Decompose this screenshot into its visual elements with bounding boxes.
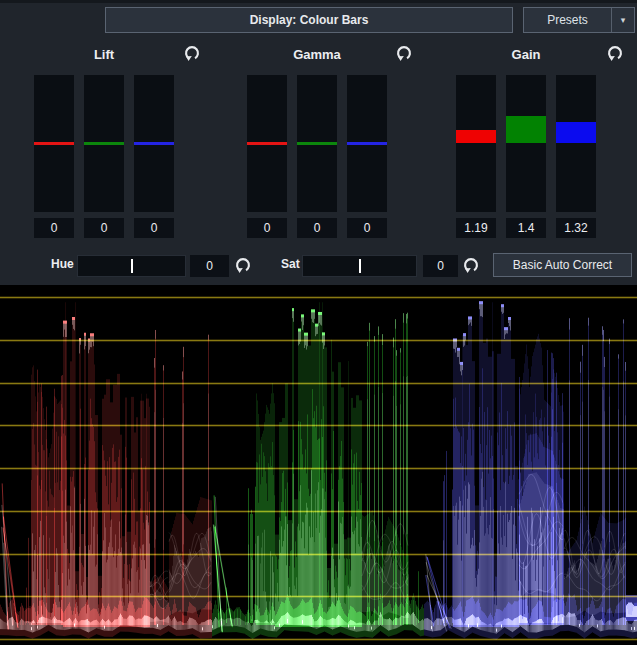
hue-slider-marker[interactable] bbox=[131, 259, 133, 273]
slider-handle[interactable] bbox=[347, 142, 387, 145]
sat-label: Sat bbox=[281, 257, 300, 271]
section-title: Gamma bbox=[247, 47, 387, 62]
waveform-canvas bbox=[0, 285, 637, 645]
reset-hue-button[interactable] bbox=[234, 256, 252, 274]
display-mode-button[interactable]: Display: Colour Bars bbox=[105, 7, 513, 33]
presets-dropdown[interactable]: Presets ▾ bbox=[523, 7, 635, 33]
gamma-blue-value[interactable]: 0 bbox=[347, 218, 387, 238]
sat-value[interactable]: 0 bbox=[423, 255, 458, 277]
section-lift: Lift 0 0 0 bbox=[34, 44, 201, 240]
gain-green-slider[interactable] bbox=[506, 75, 546, 212]
reset-gain-button[interactable] bbox=[606, 44, 624, 62]
gain-red-value[interactable]: 1.19 bbox=[456, 218, 496, 238]
slider-handle[interactable] bbox=[34, 142, 74, 145]
section-title: Gain bbox=[456, 47, 596, 62]
presets-label[interactable]: Presets bbox=[524, 8, 612, 32]
slider-handle[interactable] bbox=[297, 142, 337, 145]
gain-blue-slider[interactable] bbox=[556, 75, 596, 212]
gamma-red-value[interactable]: 0 bbox=[247, 218, 287, 238]
section-gamma: Gamma 0 0 0 bbox=[247, 44, 413, 240]
gamma-red-slider[interactable] bbox=[247, 75, 287, 212]
gamma-blue-slider[interactable] bbox=[347, 75, 387, 212]
lift-green-value[interactable]: 0 bbox=[84, 218, 124, 238]
reset-sat-button[interactable] bbox=[462, 256, 480, 274]
section-gain: Gain 1.19 1.4 1.32 bbox=[456, 44, 624, 240]
hue-value[interactable]: 0 bbox=[190, 255, 229, 277]
gamma-green-value[interactable]: 0 bbox=[297, 218, 337, 238]
hue-slider[interactable] bbox=[77, 255, 186, 277]
slider-handle[interactable] bbox=[134, 142, 174, 145]
slider-handle[interactable] bbox=[84, 142, 124, 145]
slider-handle[interactable] bbox=[456, 130, 496, 143]
lift-blue-value[interactable]: 0 bbox=[134, 218, 174, 238]
slider-handle[interactable] bbox=[247, 142, 287, 145]
lift-red-slider[interactable] bbox=[34, 75, 74, 212]
basic-auto-correct-button[interactable]: Basic Auto Correct bbox=[493, 253, 632, 277]
hue-sat-row: Hue 0 Sat 0 Basic Auto Correct bbox=[0, 253, 637, 277]
reset-lift-button[interactable] bbox=[183, 44, 201, 62]
waveform-scope bbox=[0, 285, 637, 645]
hue-label: Hue bbox=[51, 257, 74, 271]
gain-blue-value[interactable]: 1.32 bbox=[556, 218, 596, 238]
slider-handle[interactable] bbox=[556, 122, 596, 143]
lift-green-slider[interactable] bbox=[84, 75, 124, 212]
gain-red-slider[interactable] bbox=[456, 75, 496, 212]
section-title: Lift bbox=[34, 47, 174, 62]
lift-blue-slider[interactable] bbox=[134, 75, 174, 212]
sat-slider[interactable] bbox=[302, 255, 417, 277]
reset-gamma-button[interactable] bbox=[395, 44, 413, 62]
lift-red-value[interactable]: 0 bbox=[34, 218, 74, 238]
top-strip bbox=[0, 0, 637, 3]
slider-handle[interactable] bbox=[506, 116, 546, 143]
sat-slider-marker[interactable] bbox=[359, 259, 361, 273]
colour-correction-panel: Display: Colour Bars Presets ▾ Lift 0 0 … bbox=[0, 0, 637, 285]
gamma-green-slider[interactable] bbox=[297, 75, 337, 212]
gain-green-value[interactable]: 1.4 bbox=[506, 218, 546, 238]
chevron-down-icon[interactable]: ▾ bbox=[612, 8, 634, 32]
